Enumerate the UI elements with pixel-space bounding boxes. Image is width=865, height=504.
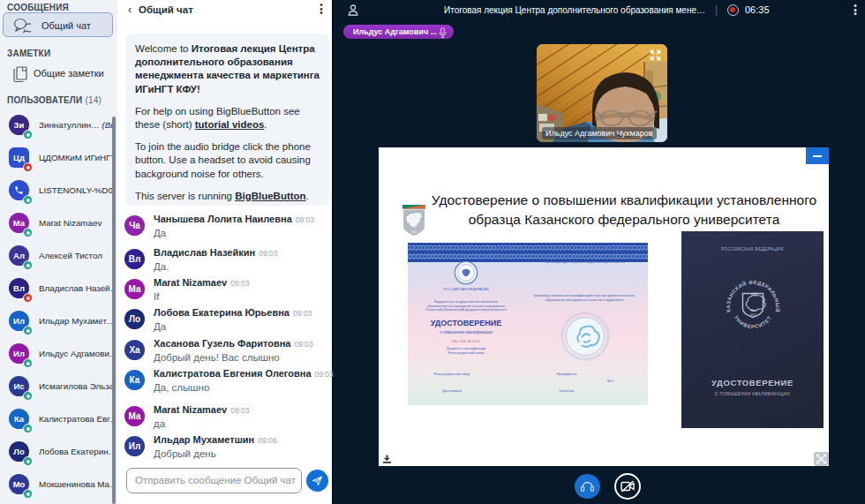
- svg-text:1804: 1804: [411, 230, 417, 234]
- svg-text:КАЗАНСКИЙ ФЕДЕРАЛЬНЫЙ: КАЗАНСКИЙ ФЕДЕРАЛЬНЫЙ: [726, 280, 781, 312]
- svg-text:1804: 1804: [749, 313, 756, 317]
